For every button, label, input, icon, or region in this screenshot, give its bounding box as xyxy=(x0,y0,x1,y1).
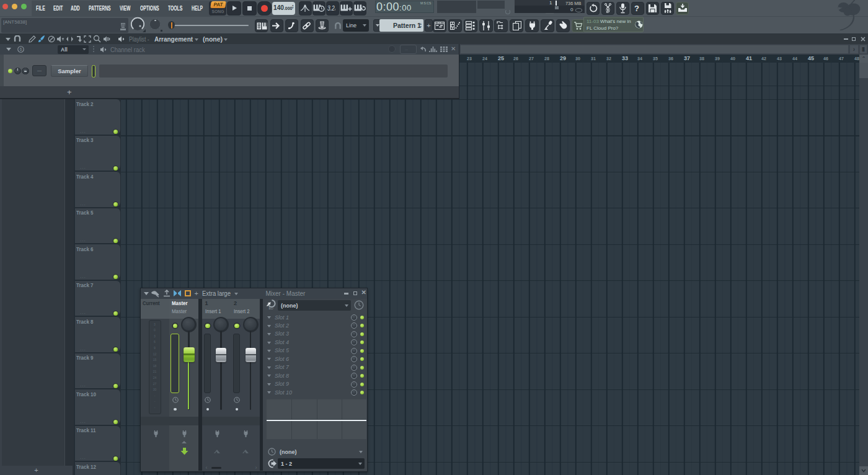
svg-text:EQ: EQ xyxy=(269,306,273,309)
svg-text:6: 6 xyxy=(20,47,22,51)
